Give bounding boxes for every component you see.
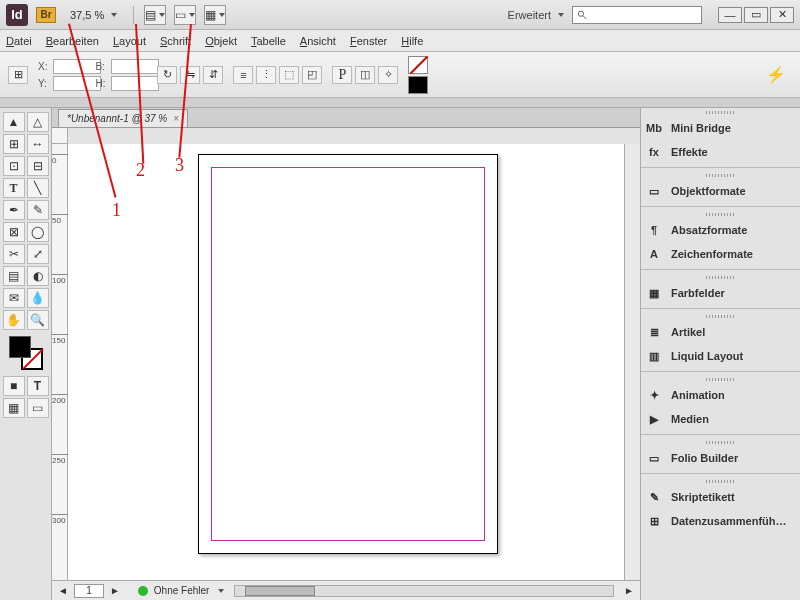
gradient-swatch-tool[interactable]: ▤ — [3, 266, 25, 286]
search-field[interactable] — [592, 9, 697, 20]
fill-swatch[interactable] — [9, 336, 31, 358]
vertical-scrollbar[interactable] — [624, 144, 640, 580]
transform-icon[interactable]: ✧ — [378, 66, 398, 84]
align-icon[interactable]: ≡ — [233, 66, 253, 84]
eyedropper-tool[interactable]: 💧 — [27, 288, 49, 308]
hand-tool[interactable]: ✋ — [3, 310, 25, 330]
panel-skriptetikett[interactable]: ✎Skriptetikett — [641, 485, 800, 509]
pen-tool[interactable]: ✒ — [3, 200, 25, 220]
scroll-right-icon[interactable]: ► — [624, 585, 634, 596]
p-icon[interactable]: P — [332, 66, 352, 84]
panel-grip[interactable] — [641, 375, 800, 383]
content-collector-tool[interactable]: ⊡ — [3, 156, 25, 176]
canvas[interactable] — [68, 144, 624, 580]
w-field[interactable] — [111, 59, 159, 74]
close-button[interactable]: ✕ — [770, 7, 794, 23]
panel-absatzformate[interactable]: ¶Absatzformate — [641, 218, 800, 242]
free-transform-tool[interactable]: ⤢ — [27, 244, 49, 264]
zoom-tool[interactable]: 🔍 — [27, 310, 49, 330]
menu-schrift[interactable]: Schrift — [160, 35, 191, 47]
page-prev-icon[interactable]: ◄ — [58, 585, 68, 596]
menu-tabelle[interactable]: Tabelle — [251, 35, 286, 47]
apply-none-button[interactable]: T — [27, 376, 49, 396]
panel-grip[interactable] — [641, 477, 800, 485]
rotate-icon[interactable]: ↻ — [157, 66, 177, 84]
panel-minibridge[interactable]: MbMini Bridge — [641, 116, 800, 140]
content-placer-tool[interactable]: ⊟ — [27, 156, 49, 176]
panel-grip[interactable] — [641, 438, 800, 446]
preview-button[interactable]: ▭ — [27, 398, 49, 418]
quick-apply-button[interactable]: ⚡ — [760, 65, 792, 84]
corner-icon[interactable]: ◰ — [302, 66, 322, 84]
panel-farbfelder[interactable]: ▦Farbfelder — [641, 281, 800, 305]
panel-grip[interactable] — [641, 312, 800, 320]
direct-selection-tool[interactable]: △ — [27, 112, 49, 132]
scissors-tool[interactable]: ✂ — [3, 244, 25, 264]
bridge-button[interactable]: Br — [36, 7, 56, 23]
panel-liquidlayout[interactable]: ▥Liquid Layout — [641, 344, 800, 368]
zoom-dropdown[interactable]: 37,5 % — [64, 9, 123, 21]
pencil-tool[interactable]: ✎ — [27, 200, 49, 220]
gap-tool[interactable]: ↔ — [27, 134, 49, 154]
reference-point-icon[interactable]: ⊞ — [8, 66, 28, 84]
workspace-switcher[interactable]: Erweitert — [508, 9, 564, 21]
panel-artikel[interactable]: ≣Artikel — [641, 320, 800, 344]
preflight-status-icon[interactable] — [138, 586, 148, 596]
type-tool[interactable]: T — [3, 178, 25, 198]
normal-view-button[interactable]: ▦ — [3, 398, 25, 418]
rectangle-frame-tool[interactable]: ⊠ — [3, 222, 25, 242]
distribute-icon[interactable]: ⋮ — [256, 66, 276, 84]
vertical-ruler[interactable]: 050100150200250300 — [52, 144, 68, 580]
horizontal-scrollbar[interactable] — [234, 585, 614, 597]
pathfinder-icon[interactable]: ◫ — [355, 66, 375, 84]
minibridge-icon: Mb — [645, 120, 663, 136]
flip-v-icon[interactable]: ⇵ — [203, 66, 223, 84]
maximize-button[interactable]: ▭ — [744, 7, 768, 23]
wrap-icon[interactable]: ⬚ — [279, 66, 299, 84]
panel-grip[interactable] — [641, 108, 800, 116]
ruler-origin[interactable] — [52, 128, 68, 144]
screen-mode-button[interactable]: ▭ — [174, 5, 196, 25]
ellipse-tool[interactable]: ◯ — [27, 222, 49, 242]
document-tab[interactable]: *Unbenannt-1 @ 37 % × — [58, 109, 188, 127]
note-tool[interactable]: ✉ — [3, 288, 25, 308]
collapse-strip[interactable] — [0, 98, 800, 108]
view-options-button[interactable]: ▤ — [144, 5, 166, 25]
menu-objekt[interactable]: Objekt — [205, 35, 237, 47]
menu-datei[interactable]: Datei — [6, 35, 32, 47]
menu-hilfe[interactable]: Hilfe — [401, 35, 423, 47]
fill-black-icon[interactable] — [408, 76, 428, 94]
apply-color-button[interactable]: ■ — [3, 376, 25, 396]
y-field[interactable] — [53, 76, 101, 91]
fill-none-icon[interactable] — [408, 56, 428, 74]
panel-datenzusammen[interactable]: ⊞Datenzusammenfüh… — [641, 509, 800, 533]
menu-ansicht[interactable]: Ansicht — [300, 35, 336, 47]
minimize-button[interactable]: — — [718, 7, 742, 23]
menu-layout[interactable]: Layout — [113, 35, 146, 47]
page-number-field[interactable]: 1 — [74, 584, 104, 598]
h-field[interactable] — [111, 76, 159, 91]
scrollbar-thumb[interactable] — [245, 586, 315, 596]
panel-foliobuilder[interactable]: ▭Folio Builder — [641, 446, 800, 470]
panel-effekte[interactable]: fxEffekte — [641, 140, 800, 164]
page-next-icon[interactable]: ► — [110, 585, 120, 596]
panel-objektformate[interactable]: ▭Objektformate — [641, 179, 800, 203]
selection-tool[interactable]: ▲ — [3, 112, 25, 132]
panel-animation[interactable]: ✦Animation — [641, 383, 800, 407]
chevron-down-icon[interactable] — [218, 589, 224, 593]
flip-h-icon[interactable]: ⇋ — [180, 66, 200, 84]
gradient-feather-tool[interactable]: ◐ — [27, 266, 49, 286]
arrange-button[interactable]: ▦ — [204, 5, 226, 25]
fill-stroke-swatch[interactable] — [9, 336, 43, 370]
page-tool[interactable]: ⊞ — [3, 134, 25, 154]
menu-fenster[interactable]: Fenster — [350, 35, 387, 47]
line-tool[interactable]: ╲ — [27, 178, 49, 198]
page[interactable] — [198, 154, 498, 554]
panel-grip[interactable] — [641, 171, 800, 179]
search-input[interactable] — [572, 6, 702, 24]
panel-grip[interactable] — [641, 273, 800, 281]
tab-close-icon[interactable]: × — [173, 113, 179, 124]
panel-zeichenformate[interactable]: AZeichenformate — [641, 242, 800, 266]
panel-medien[interactable]: ▶Medien — [641, 407, 800, 431]
panel-grip[interactable] — [641, 210, 800, 218]
